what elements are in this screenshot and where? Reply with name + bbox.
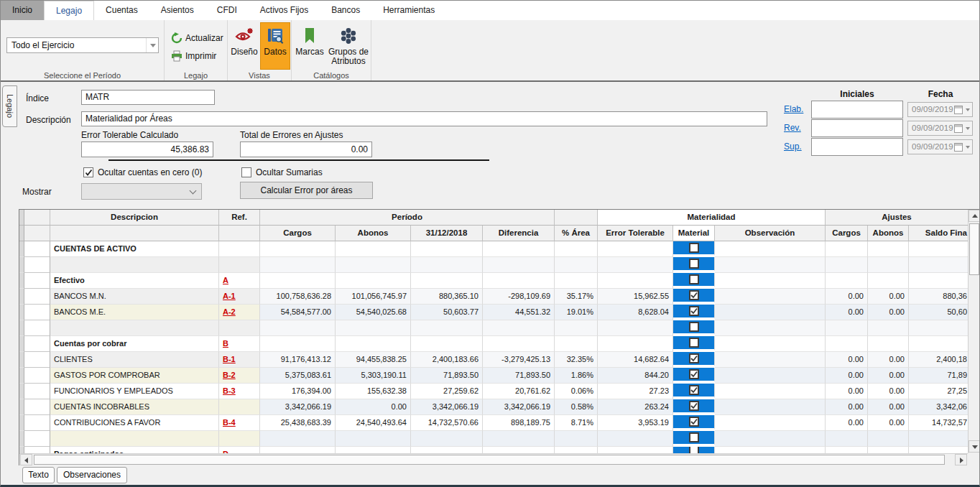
cell-cargos[interactable] [260, 273, 336, 289]
cell-material[interactable] [673, 320, 715, 335]
cell-saldofinal[interactable] [909, 257, 969, 273]
cell-ajabonos[interactable]: 0.00 [868, 368, 909, 384]
imprimir-button[interactable]: Imprimir [171, 50, 216, 62]
cell-obs[interactable] [715, 241, 826, 257]
cell-errtol[interactable]: 14,682.64 [598, 352, 673, 368]
cell-ajabonos[interactable]: 0.00 [868, 384, 909, 399]
cell-abonos[interactable] [336, 257, 411, 273]
cell-desc[interactable]: GASTOS POR COMPROBAR [50, 368, 219, 384]
cell-ajcargos[interactable]: 0.00 [826, 352, 868, 368]
cell-material[interactable] [673, 447, 715, 453]
cell-ajcargos[interactable]: 0.00 [826, 399, 868, 415]
cell-cargos[interactable] [260, 257, 336, 273]
material-checkbox-unchecked[interactable] [689, 432, 699, 442]
cell-desc[interactable]: CONTRIBUCIONES A FAVOR [50, 415, 219, 431]
col-header-descripcion[interactable]: Descripcion [50, 210, 219, 226]
col-header-ref[interactable]: Ref. [219, 210, 260, 226]
cell-ajabonos[interactable] [868, 241, 909, 257]
cell-material[interactable] [673, 384, 715, 398]
cell-ajabonos[interactable]: 0.00 [868, 305, 909, 320]
cell-ajcargos[interactable] [826, 257, 868, 273]
cell-desc[interactable]: CUENTAS INCOBRABLES [50, 399, 219, 415]
cell-dif[interactable] [483, 336, 555, 352]
cell-abonos[interactable]: 54,540,025.68 [336, 305, 411, 320]
total-errores-input[interactable]: 0.00 [240, 142, 372, 157]
material-checkbox-unchecked[interactable] [689, 447, 699, 453]
cell-ref[interactable] [219, 399, 260, 415]
cell-rowhdr[interactable] [24, 368, 50, 384]
initials-input-sup[interactable] [811, 138, 903, 156]
ref-link-d[interactable]: D [223, 447, 256, 453]
cell-desc[interactable]: BANCOS M.E. [50, 305, 219, 320]
cell-material[interactable] [673, 352, 715, 366]
cell-ref[interactable]: B-2 [219, 368, 260, 384]
cell-dif[interactable]: 3,342,066.19 [483, 399, 555, 415]
cell-cargos[interactable] [260, 431, 336, 447]
cell-saldofinal[interactable] [909, 273, 969, 289]
cell-ajcargos[interactable] [826, 241, 868, 257]
cell-abonos[interactable] [336, 241, 411, 257]
tab-inicio[interactable]: Inicio [1, 1, 44, 20]
cell-rowhdr[interactable] [24, 399, 50, 415]
tab-cuentas[interactable]: Cuentas [94, 1, 149, 20]
ref-link-a[interactable]: A [223, 273, 256, 287]
cell-material[interactable] [673, 415, 715, 430]
cell-desc[interactable] [50, 257, 219, 273]
cell-saldofinal[interactable]: 71,89 [909, 368, 969, 384]
cell-abonos[interactable]: 24,540,493.64 [336, 415, 411, 431]
cell-saldo[interactable]: 2,400,183.66 [411, 352, 483, 368]
cell-saldofinal[interactable]: 50,60 [909, 305, 969, 320]
bottom-tab-observaciones[interactable]: Observaciones [57, 467, 127, 483]
tab-activos-fijos[interactable]: Activos Fijos [249, 1, 320, 20]
tab-legajo[interactable]: Legajo [44, 1, 94, 20]
cell-pct[interactable] [555, 257, 598, 273]
cell-saldo[interactable] [411, 320, 483, 336]
cell-ajcargos[interactable]: 0.00 [826, 415, 868, 431]
cell-errtol[interactable] [598, 241, 673, 257]
cell-obs[interactable] [715, 289, 826, 305]
cell-pct[interactable] [555, 431, 598, 447]
cell-obs[interactable] [715, 447, 826, 453]
side-tab-legajo[interactable]: Legajo [2, 85, 17, 127]
cell-obs[interactable] [715, 257, 826, 273]
cell-pct[interactable]: 8.71% [555, 415, 598, 431]
cell-abonos[interactable]: 0.00 [336, 399, 411, 415]
col-header-diferencia-dif[interactable]: Diferencia [483, 226, 555, 241]
sign-link-sup[interactable]: Sup. [784, 142, 802, 152]
cell-rowhdr[interactable] [24, 415, 50, 431]
cell-ajcargos[interactable] [826, 431, 868, 447]
col-header-material-material[interactable]: Material [673, 226, 715, 241]
horizontal-scroll-thumb[interactable] [34, 455, 945, 465]
cell-saldo[interactable] [411, 273, 483, 289]
cell-obs[interactable] [715, 336, 826, 352]
cell-ajcargos[interactable] [826, 273, 868, 289]
cell-abonos[interactable]: 94,455,838.25 [336, 352, 411, 368]
cell-dif[interactable]: -3,279,425.13 [483, 352, 555, 368]
material-checkbox-checked[interactable] [689, 385, 699, 395]
tab-bancos[interactable]: Bancos [320, 1, 371, 20]
material-checkbox-checked[interactable] [689, 417, 699, 427]
cell-abonos[interactable] [336, 447, 411, 453]
cell-saldo[interactable]: 880,365.10 [411, 289, 483, 305]
cell-rowhdr[interactable] [24, 305, 50, 320]
cell-obs[interactable] [715, 352, 826, 368]
chevron-down-icon[interactable] [146, 38, 158, 52]
bottom-tab-texto[interactable]: Texto [22, 467, 55, 483]
indice-input[interactable]: MATR [81, 90, 215, 105]
initials-input-rev[interactable] [811, 119, 903, 137]
cell-material[interactable] [673, 336, 715, 351]
cell-pct[interactable] [555, 320, 598, 336]
cell-ajcargos[interactable]: 0.00 [826, 368, 868, 384]
cell-dif[interactable] [483, 431, 555, 447]
cell-pct[interactable]: 0.06% [555, 384, 598, 399]
material-checkbox-checked[interactable] [689, 290, 699, 300]
cell-dif[interactable] [483, 257, 555, 273]
cell-abonos[interactable] [336, 431, 411, 447]
cell-saldofinal[interactable] [909, 447, 969, 453]
tab-herramientas[interactable]: Herramientas [371, 1, 446, 20]
cell-saldo[interactable] [411, 241, 483, 257]
cell-rowhdr[interactable] [24, 273, 50, 289]
col-header-error-tolerable-errtol[interactable]: Error Tolerable [598, 226, 673, 241]
date-picker-rev[interactable]: 09/09/2019 [907, 121, 973, 136]
cell-saldo[interactable]: 71,893.50 [411, 368, 483, 384]
